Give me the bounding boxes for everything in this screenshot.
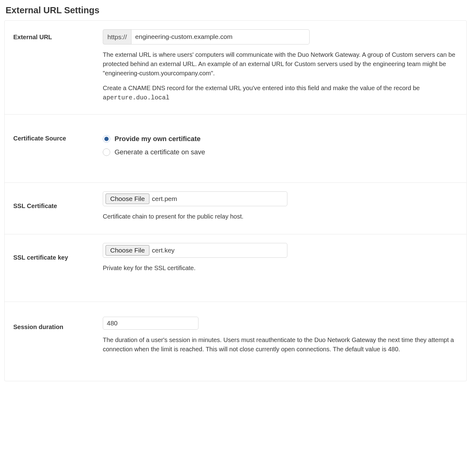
- session-duration-help: The duration of a user's session in minu…: [103, 335, 458, 354]
- certificate-source-control: Provide my own certificate Generate a ce…: [103, 132, 458, 160]
- row-ssl-certificate: SSL Certificate Choose File cert.pem Cer…: [5, 183, 466, 234]
- session-duration-label: Session duration: [13, 317, 103, 354]
- cert-source-option-own[interactable]: Provide my own certificate: [103, 134, 458, 144]
- radio-icon[interactable]: [103, 135, 110, 143]
- external-url-help-2-text: Create a CNAME DNS record for the extern…: [103, 85, 420, 91]
- radio-icon[interactable]: [103, 148, 110, 156]
- cert-source-option-generate-label: Generate a certificate on save: [115, 147, 205, 157]
- ssl-certificate-key-help: Private key for the SSL certificate.: [103, 263, 458, 273]
- ssl-certificate-control: Choose File cert.pem Certificate chain t…: [103, 191, 458, 221]
- ssl-certificate-label: SSL Certificate: [13, 191, 103, 221]
- external-url-input[interactable]: [131, 29, 310, 45]
- cert-source-option-own-label: Provide my own certificate: [115, 134, 201, 144]
- ssl-certificate-key-filename: cert.key: [152, 245, 175, 255]
- session-duration-input[interactable]: [103, 317, 198, 330]
- certificate-source-label: Certificate Source: [13, 132, 103, 160]
- choose-file-button[interactable]: Choose File: [106, 245, 149, 256]
- external-url-help-2-code: aperture.duo.local: [103, 94, 169, 101]
- row-external-url: External URL https:// The external URL i…: [5, 21, 466, 115]
- external-url-label: External URL: [13, 29, 103, 103]
- external-url-prefix: https://: [103, 29, 131, 45]
- ssl-certificate-help: Certificate chain to present for the pub…: [103, 212, 458, 221]
- row-ssl-certificate-key: SSL certificate key Choose File cert.key…: [5, 234, 466, 302]
- external-url-control: https:// The external URL is where users…: [103, 29, 458, 103]
- cert-source-option-generate[interactable]: Generate a certificate on save: [103, 147, 458, 157]
- ssl-certificate-filename: cert.pem: [152, 194, 177, 204]
- ssl-certificate-file-input[interactable]: Choose File cert.pem: [103, 191, 287, 206]
- ssl-certificate-key-label: SSL certificate key: [13, 243, 103, 273]
- ssl-certificate-key-file-input[interactable]: Choose File cert.key: [103, 243, 287, 258]
- external-url-help-2: Create a CNAME DNS record for the extern…: [103, 83, 458, 102]
- settings-panel: External URL https:// The external URL i…: [4, 20, 467, 382]
- session-duration-control: The duration of a user's session in minu…: [103, 317, 458, 354]
- section-title: External URL Settings: [6, 4, 467, 17]
- choose-file-button[interactable]: Choose File: [106, 194, 149, 204]
- external-url-input-group: https://: [103, 29, 310, 45]
- row-certificate-source: Certificate Source Provide my own certif…: [5, 115, 466, 183]
- external-url-help-1: The external URL is where users' compute…: [103, 50, 458, 78]
- row-session-duration: Session duration The duration of a user'…: [5, 302, 466, 381]
- ssl-certificate-key-control: Choose File cert.key Private key for the…: [103, 243, 458, 273]
